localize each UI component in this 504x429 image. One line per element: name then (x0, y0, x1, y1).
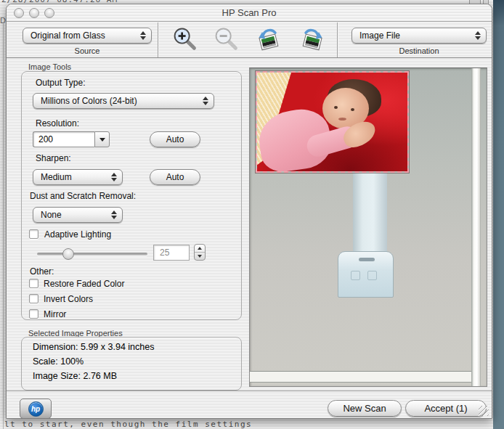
dust-removal-label: Dust and Scratch Removal: (30, 191, 136, 201)
resize-grip[interactable] (479, 406, 489, 416)
connector-detail (367, 271, 377, 280)
hp-logo: hp (28, 401, 44, 417)
photo-baby-mouth (338, 118, 346, 120)
restore-faded-color-label: Restore Faded Color (44, 279, 124, 289)
popup-arrows-icon (109, 211, 119, 219)
photo-baby-eye (351, 108, 354, 111)
rotate-left-icon[interactable] (255, 25, 283, 53)
popup-arrows-icon (138, 31, 148, 40)
source-popup-value: Original from Glass (31, 30, 138, 41)
footer-divider (7, 391, 492, 391)
scan-preview-pane[interactable] (249, 68, 487, 387)
scanner-bed-edge (471, 68, 481, 386)
output-type-label: Output Type: (36, 78, 86, 88)
toolbar-divider (158, 23, 158, 57)
invert-colors-label: Invert Colors (44, 294, 93, 304)
image-size-value: Image Size: 2.76 MB (33, 371, 117, 381)
restore-faded-color-checkbox[interactable] (29, 279, 38, 288)
slider-thumb[interactable] (62, 248, 74, 260)
zoom-out-icon[interactable] (212, 25, 240, 53)
popup-arrows-icon (109, 173, 119, 181)
dimension-value: Dimension: 5.99 x 3.94 inches (33, 342, 154, 352)
resolution-combo[interactable] (33, 131, 110, 147)
connector-detail (351, 271, 360, 280)
selection-marquee[interactable] (256, 71, 409, 173)
source-popup[interactable]: Original from Glass (23, 28, 152, 44)
adaptive-lighting-slider[interactable] (37, 248, 147, 260)
stepper-down-icon[interactable] (195, 253, 205, 260)
connector-slot (359, 258, 375, 261)
dust-removal-popup[interactable]: None (33, 207, 123, 223)
hp-logo-button[interactable]: hp (20, 399, 52, 419)
source-label: Source (23, 46, 152, 55)
resolution-auto-button[interactable]: Auto (150, 131, 200, 147)
background-window-edge (3, 22, 4, 429)
mirror-label: Mirror (44, 309, 66, 319)
image-tools-group-label: Image Tools (28, 62, 71, 71)
photo-baby-eye (334, 106, 338, 109)
scan-preview-photo (257, 73, 407, 171)
scale-value: Scale: 100% (33, 356, 84, 367)
window-title: HP Scan Pro (7, 7, 492, 18)
scanner-adapter-cable (353, 173, 387, 253)
hp-scan-pro-window: HP Scan Pro Original from Glass Source (6, 4, 492, 419)
rotate-right-icon[interactable] (298, 25, 326, 53)
scanner-adapter-connector (338, 251, 394, 298)
toolbar-divider (337, 23, 338, 57)
resolution-input[interactable] (33, 131, 94, 147)
mirror-checkbox[interactable] (29, 309, 38, 319)
toolbar: Original from Glass Source (7, 23, 492, 58)
other-label: Other: (30, 266, 54, 277)
popup-arrows-icon (473, 31, 483, 40)
output-type-popup[interactable]: Millions of Colors (24-bit) (33, 93, 214, 109)
destination-label: Destination (351, 46, 487, 55)
resolution-label: Resolution: (36, 118, 79, 128)
destination-popup[interactable]: Image File (351, 28, 487, 44)
accept-button[interactable]: Accept (1) (405, 400, 487, 417)
sharpen-popup[interactable]: Medium (33, 169, 123, 185)
sharpen-auto-button[interactable]: Auto (150, 169, 200, 185)
adaptive-lighting-stepper[interactable] (194, 244, 206, 261)
stepper-up-icon[interactable] (195, 245, 205, 253)
combo-dropdown-icon[interactable] (94, 131, 110, 147)
dust-removal-value: None (41, 210, 109, 220)
adaptive-lighting-checkbox[interactable] (29, 229, 38, 239)
popup-arrows-icon (200, 97, 211, 105)
sharpen-value: Medium (41, 172, 109, 182)
zoom-in-icon[interactable] (171, 25, 198, 53)
title-bar[interactable]: HP Scan Pro (7, 4, 492, 22)
invert-colors-checkbox[interactable] (29, 294, 38, 303)
adaptive-lighting-label: Adaptive Lighting (44, 229, 111, 240)
sharpen-label: Sharpen: (36, 153, 71, 163)
scanner-bed-bottom-edge (250, 371, 471, 383)
new-scan-button[interactable]: New Scan (328, 400, 402, 417)
desktop-background-strip (493, 0, 504, 429)
slider-track[interactable] (37, 253, 147, 256)
background-document-text-bottom: lt to start, even though the film settin… (4, 420, 252, 429)
destination-popup-value: Image File (359, 30, 473, 41)
output-type-value: Millions of Colors (24-bit) (41, 96, 200, 106)
adaptive-lighting-value-field[interactable] (153, 245, 190, 261)
